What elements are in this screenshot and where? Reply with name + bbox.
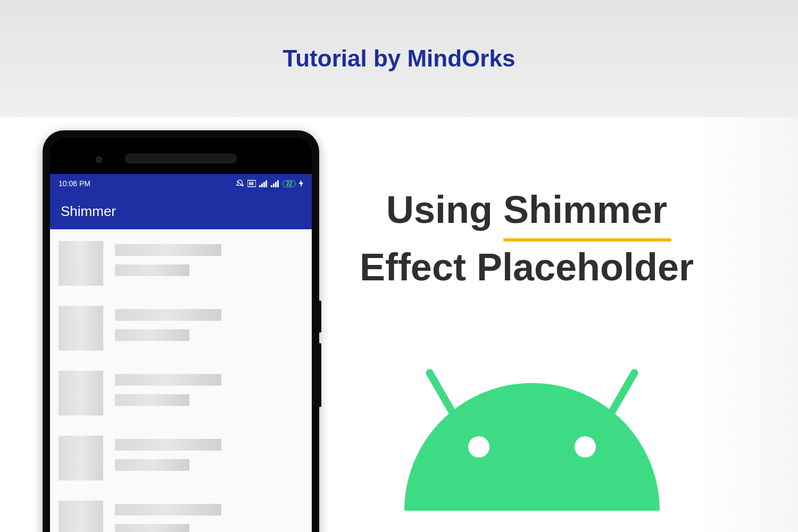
header-band: Tutorial by MindOrks — [0, 0, 798, 117]
list-item — [59, 306, 303, 351]
phone-volume-button — [319, 343, 321, 407]
shimmer-thumbnail — [59, 371, 103, 415]
shimmer-lines — [115, 371, 303, 415]
svg-rect-10 — [275, 182, 277, 187]
heading-text: Using Shimmer Effect Placeholder — [346, 181, 708, 296]
svg-rect-1 — [249, 182, 250, 185]
shimmer-line-short — [115, 524, 189, 532]
phone-body: 10:06 PM — [43, 130, 319, 532]
signal-icon — [259, 180, 268, 187]
volte-icon — [247, 180, 256, 187]
android-eye-right — [575, 436, 596, 458]
svg-rect-11 — [277, 180, 279, 187]
svg-rect-2 — [251, 182, 252, 185]
list-item — [59, 241, 303, 286]
status-bar: 10:06 PM — [50, 174, 312, 193]
phone-mockup: 10:06 PM — [43, 130, 319, 532]
shimmer-line-short — [115, 394, 189, 406]
android-eye-left — [468, 436, 489, 458]
android-antenna-right — [604, 368, 639, 422]
battery-text: 22 — [286, 181, 292, 187]
android-antenna-left — [425, 368, 460, 422]
main-heading: Using Shimmer Effect Placeholder — [346, 181, 708, 296]
shimmer-lines — [115, 501, 303, 532]
svg-rect-4 — [259, 185, 261, 187]
shimmer-line-long — [115, 504, 221, 516]
right-edge-gradient — [697, 117, 798, 532]
shimmer-thumbnail — [59, 501, 103, 532]
list-item — [59, 501, 303, 532]
shimmer-thumbnail — [59, 241, 103, 286]
battery-icon: 22 — [282, 180, 296, 187]
list-item — [59, 371, 303, 415]
shimmer-line-long — [115, 374, 221, 386]
svg-rect-5 — [261, 184, 263, 187]
app-title: Shimmer — [61, 203, 116, 220]
shimmer-lines — [115, 241, 303, 286]
android-head — [404, 383, 660, 511]
status-icons: 22 — [236, 179, 303, 188]
notification-off-icon — [236, 179, 244, 188]
shimmer-line-short — [115, 264, 189, 276]
svg-rect-9 — [273, 184, 275, 187]
svg-rect-8 — [271, 185, 272, 187]
svg-rect-3 — [252, 182, 253, 185]
shimmer-thumbnail — [59, 436, 103, 480]
shimmer-list — [50, 229, 312, 532]
phone-inner: 10:06 PM — [50, 138, 312, 532]
charging-icon — [299, 180, 303, 187]
heading-highlight: Shimmer — [503, 181, 667, 238]
svg-rect-7 — [265, 180, 267, 187]
signal-icon-2 — [271, 180, 279, 187]
status-time: 10:06 PM — [59, 179, 90, 188]
shimmer-line-short — [115, 329, 189, 341]
app-bar: Shimmer — [50, 193, 312, 229]
android-logo-icon — [404, 346, 660, 511]
shimmer-thumbnail — [59, 306, 103, 351]
shimmer-line-long — [115, 309, 221, 321]
shimmer-line-long — [115, 439, 221, 451]
phone-power-button — [319, 301, 321, 332]
header-title: Tutorial by MindOrks — [283, 45, 516, 72]
shimmer-lines — [115, 306, 303, 351]
phone-camera — [96, 156, 102, 163]
shimmer-line-long — [115, 244, 221, 256]
list-item — [59, 436, 303, 480]
phone-earpiece — [125, 154, 237, 163]
heading-line2: Effect Placeholder — [360, 246, 694, 288]
phone-screen: 10:06 PM — [50, 174, 312, 532]
content-area: 10:06 PM — [0, 117, 798, 532]
heading-line1-prefix: Using — [386, 188, 503, 231]
shimmer-line-short — [115, 459, 189, 471]
svg-rect-6 — [263, 182, 265, 187]
shimmer-lines — [115, 436, 303, 480]
